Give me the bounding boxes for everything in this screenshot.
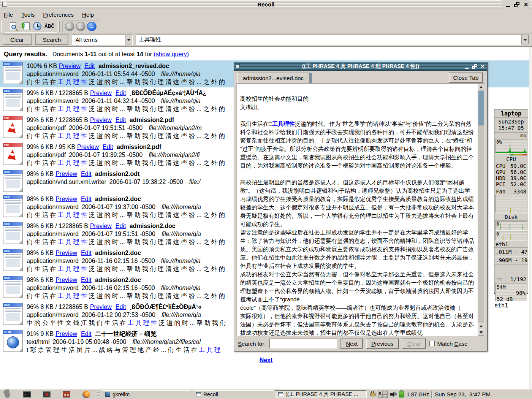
sort-parameters-icon[interactable]: ⇕ [20, 21, 30, 32]
preview-paragraph: 文/钱江 [240, 103, 475, 111]
search-button[interactable]: Search [36, 35, 68, 45]
system-tray: ))) 1.87 GHz [370, 391, 429, 398]
match-case-checkbox[interactable] [429, 341, 435, 346]
lock-screen-icon[interactable] [43, 390, 51, 399]
result-relevance-size: 98% 6 KB [27, 196, 54, 202]
toolbar-handle[interactable] [59, 21, 60, 32]
task-gkrellm[interactable]: gkrellm [102, 390, 191, 398]
preview-minimize-button[interactable] [464, 64, 469, 69]
preview-find-input[interactable] [269, 339, 337, 348]
document-history-icon[interactable] [32, 21, 43, 32]
preview-link[interactable]: Preview [90, 117, 112, 123]
edit-link[interactable]: Edit [81, 196, 92, 202]
preview-link[interactable]: Preview [77, 144, 99, 150]
edit-link[interactable]: Edit [84, 63, 95, 69]
workspace-switcher[interactable] [378, 391, 388, 398]
gkrellm-monitor[interactable]: laptop Sun23Sep 15:47 05 mo 0% CPU CPU59… [494, 109, 528, 294]
edit-link[interactable]: Edit [81, 331, 92, 337]
tasklist-handle[interactable] [97, 391, 100, 398]
taskbar: >_ gkrellm Recoll ((工 PHRASE 4 具 PHRASE … [0, 389, 532, 399]
term-explorer-icon[interactable]: ÅBĈ [44, 21, 55, 32]
preview-text[interactable]: 高校招生的社会功能和目的文/钱江 我们生活在□工具理性泛滥的时代。作为“世之显学… [237, 84, 478, 336]
next-page-button[interactable]: → [87, 22, 97, 31]
recoll-titlebar[interactable]: Recoll × [0, 0, 532, 9]
preview-maximize-button[interactable] [472, 64, 477, 69]
find-clear-button[interactable]: Clear [402, 339, 426, 348]
edit-link[interactable]: Edit [103, 144, 113, 150]
minimize-button[interactable] [505, 2, 511, 8]
preview-text-area: 高校招生的社会功能和目的文/钱江 我们生活在□工具理性泛滥的时代。作为“世之显学… [237, 84, 484, 336]
find-previous-button[interactable]: Previous [366, 339, 398, 348]
task-recoll[interactable]: Recoll [193, 390, 273, 398]
edit-link[interactable]: Edit [116, 90, 126, 96]
first-page-button[interactable]: ← [65, 22, 74, 31]
menu-preferences[interactable]: Preferences [43, 11, 74, 18]
scroll-down-icon[interactable] [478, 329, 484, 336]
text-editor-launcher-icon[interactable] [62, 390, 71, 399]
find-next-button[interactable]: Next [341, 339, 363, 348]
preview-scrollbar[interactable] [478, 84, 484, 336]
menu-tools[interactable]: Tools [21, 11, 35, 18]
gnome-menu-icon[interactable] [3, 390, 11, 399]
disk-chart-1[interactable]: 0 [495, 221, 527, 231]
close-tab-button[interactable]: Close Tab [449, 73, 483, 82]
gkrellm-clock: Sun23Sep 15:47 05 [494, 118, 528, 133]
firefox-launcher-icon[interactable] [82, 390, 90, 399]
doc-file-icon: DOC [3, 249, 23, 271]
preview-link[interactable]: Preview [90, 223, 112, 229]
preview-link[interactable]: Preview [55, 196, 77, 202]
results-scrollbar[interactable] [529, 47, 532, 389]
cpu-chart[interactable]: 0% [495, 139, 527, 154]
close-button[interactable]: × [523, 2, 529, 8]
preview-titlebar[interactable]: ((工 PHRASE 4 具 PHRASE 4 理 PHRASE 4 性)) × [234, 62, 487, 71]
preview-link[interactable]: Preview [59, 63, 81, 69]
edit-link[interactable]: Edit [81, 277, 92, 283]
result-relevance-size: 98% 6 KB [27, 171, 54, 177]
clear-button[interactable]: Clear [3, 35, 31, 45]
result-filename: admission2_revised.doc [97, 63, 169, 69]
edit-link[interactable]: Edit [116, 117, 126, 123]
search-input[interactable] [136, 35, 521, 44]
edit-link[interactable]: Edit [116, 304, 126, 310]
disk-chart-2[interactable]: 0 [495, 231, 527, 241]
scroll-up-icon[interactable] [478, 84, 484, 90]
query-config-icon[interactable] [8, 21, 18, 32]
edit-link[interactable]: Edit [81, 250, 92, 256]
task-preview-window[interactable]: ((工 PHRASE 4 具 PHRASE ... [275, 390, 367, 398]
show-query-link[interactable]: (show query) [154, 51, 189, 57]
edit-link[interactable]: Edit [81, 171, 92, 177]
result-snippet: 们 生 活 在 工 具 理 性 泛 滥 的 时 ... 帮 助 我 们 理 清 … [27, 78, 235, 86]
prev-page-button[interactable]: ← [76, 22, 86, 31]
terminal-launcher-icon[interactable]: >_ [23, 390, 31, 399]
cpu-frequency-icon[interactable] [399, 391, 404, 397]
menu-help[interactable]: Help [82, 11, 94, 18]
preview-link[interactable]: Preview [55, 277, 77, 283]
result-filename: admission2.doc [93, 250, 141, 256]
results-range: 1-11 [85, 51, 97, 57]
preview-link[interactable]: Preview [55, 250, 77, 256]
maximize-button[interactable] [514, 2, 520, 8]
search-history-arrow[interactable] [521, 35, 529, 44]
next-results-link[interactable]: Next [260, 357, 273, 363]
results-header: Query results. Documents 1-11 out of at … [0, 47, 532, 60]
result-snippet: 们 生 活 在 工 具 理 性 泛 滥 的 时 ... 帮 助 我 们 理 清 … [27, 265, 235, 273]
preview-close-button[interactable]: × [480, 64, 485, 69]
menu-file[interactable]: File [4, 11, 13, 18]
fan-chart[interactable] [495, 195, 527, 213]
edit-link[interactable]: Edit [116, 223, 126, 229]
toolbar-handle[interactable] [1, 21, 2, 32]
preview-scroll-thumb[interactable] [478, 90, 484, 125]
volume-icon[interactable]: ))) [390, 392, 396, 397]
preview-link[interactable]: Preview [90, 304, 112, 310]
preview-tab[interactable]: admission2...evised.doc [237, 73, 309, 83]
preview-link[interactable]: Preview [55, 171, 77, 177]
scroll-up-icon[interactable] [478, 323, 484, 329]
mail-monitor[interactable]: 1/192 [494, 276, 528, 283]
fan-row: Fan3348 [494, 188, 528, 195]
power-plug-icon[interactable] [370, 391, 375, 397]
search-mode-select[interactable]: All terms [72, 35, 133, 45]
preview-link[interactable]: Preview [90, 90, 112, 96]
result-snippet: 们 生 活 在 工 具 理 性 泛 滥 的 时 ... 帮 助 我 们 理 清 … [27, 238, 235, 246]
preview-link[interactable]: Preview [55, 331, 77, 337]
search-mode-arrow[interactable] [125, 35, 132, 44]
